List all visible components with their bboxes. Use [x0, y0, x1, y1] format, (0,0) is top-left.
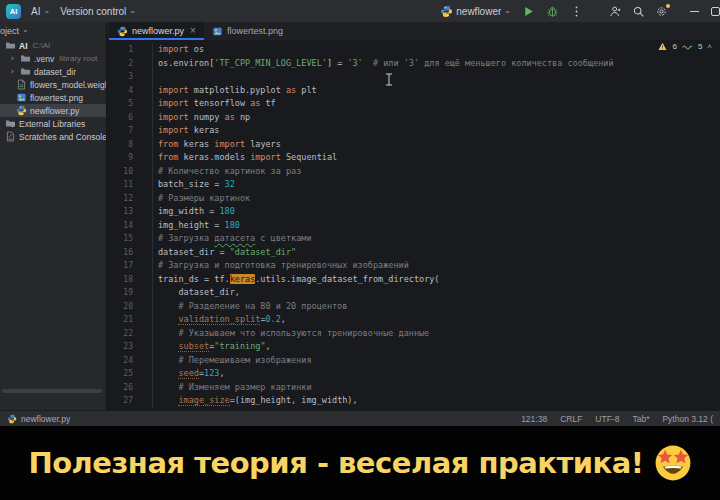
code-line[interactable]: 16dataset_dir = "dataset_dir" — [107, 246, 720, 260]
code-line[interactable]: 27 image_size=(img_height, img_width), — [107, 394, 720, 408]
code-line[interactable]: 6import numpy as np — [107, 111, 720, 125]
code-line[interactable]: 18train_ds = tf.keras.utils.image_datase… — [107, 273, 720, 287]
code-text: # Загрузка и подготовка тренировочных из… — [153, 259, 409, 273]
code-editor[interactable]: 1import os2os.environ['TF_CPP_MIN_LOG_LE… — [107, 40, 720, 410]
code-line[interactable]: 14img_height = 180 — [107, 219, 720, 233]
chevron-down-icon: ⌄ — [43, 6, 50, 15]
run-button[interactable] — [522, 5, 535, 18]
code-text: import keras — [153, 124, 219, 138]
chevron-up-icon: ˄ — [707, 42, 712, 51]
code-line[interactable]: 5import tensorflow as tf — [107, 97, 720, 111]
code-line[interactable]: 17# Загрузка и подготовка тренировочных … — [107, 259, 720, 273]
tab-flowertest-png[interactable]: flowertest.png — [204, 22, 291, 40]
status-current-file[interactable]: newflower.py — [7, 414, 70, 424]
code-with-me-users-button[interactable] — [609, 5, 622, 18]
code-line[interactable]: 7import keras — [107, 124, 720, 138]
project-panel-header[interactable]: Project ⌄ — [0, 22, 106, 39]
code-line[interactable]: 26 # Изменяем размер картинки — [107, 381, 720, 395]
ide-window: AI AI ⌄ Version control ⌄ newflower ⌄ — [0, 0, 720, 426]
run-configuration-selector[interactable]: newflower ⌄ — [440, 5, 511, 18]
editor-area: newflower.py×flowertest.png 1import os2o… — [107, 22, 720, 410]
code-line[interactable]: 24 # Перемешиваем изображения — [107, 354, 720, 368]
text-cursor-pointer — [385, 73, 393, 88]
code-text: dataset_dir = "dataset_dir" — [153, 246, 296, 260]
code-line[interactable]: 15# Загрузка датасета с цветками — [107, 232, 720, 246]
code-line[interactable]: 3 — [107, 70, 720, 84]
version-control-menu[interactable]: Version control ⌄ — [60, 6, 136, 17]
code-line[interactable]: 19 dataset_dir, — [107, 286, 720, 300]
code-line[interactable]: 13img_width = 180 — [107, 205, 720, 219]
inspections-widget[interactable]: 6 5 ˄ — [658, 42, 712, 51]
tree-item--venv[interactable]: ›.venvlibrary root — [0, 52, 106, 65]
code-text: from keras import layers — [153, 138, 281, 152]
code-line[interactable]: 9from keras.models import Sequential — [107, 151, 720, 165]
tree-item-label: External Libraries — [19, 119, 85, 129]
debug-button[interactable] — [546, 5, 559, 18]
code-line[interactable]: 1import os — [107, 43, 720, 57]
python-icon — [16, 105, 27, 116]
tree-item-flowertest-png[interactable]: flowertest.png — [0, 91, 106, 104]
code-text: validation_split=0.2, — [153, 313, 286, 327]
main-toolbar: AI AI ⌄ Version control ⌄ newflower ⌄ — [0, 0, 720, 22]
line-number: 26 — [107, 381, 153, 395]
tree-item-label: flowertest.png — [30, 93, 83, 103]
tree-item-flowers-model-weights-h5[interactable]: flowers_model.weights.h5 — [0, 78, 106, 91]
status-item[interactable]: 121:38 — [521, 414, 547, 424]
tree-item-ai[interactable]: AIC:\AI — [0, 39, 106, 52]
minimize-button[interactable] — [690, 11, 699, 12]
line-number: 8 — [107, 138, 153, 152]
line-number: 11 — [107, 178, 153, 192]
line-number: 15 — [107, 232, 153, 246]
warning-icon — [658, 42, 667, 51]
tree-item-dataset-dir[interactable]: ›dataset_dir — [0, 65, 106, 78]
close-icon[interactable]: × — [190, 26, 196, 36]
line-number: 16 — [107, 246, 153, 260]
chevron-down-icon: ⌄ — [129, 6, 136, 15]
code-lines: 1import os2os.environ['TF_CPP_MIN_LOG_LE… — [107, 43, 720, 408]
code-line[interactable]: 12# Размеры картинок — [107, 192, 720, 206]
code-line[interactable]: 20 # Разделение на 80 и 20 процентов — [107, 300, 720, 314]
code-text: # Количество картинок за раз — [153, 165, 301, 179]
code-line[interactable]: 4import matplotlib.pyplot as plt — [107, 84, 720, 98]
code-line[interactable]: 22 # Указываем что используются трениров… — [107, 327, 720, 341]
horizontal-scrollbar[interactable] — [2, 389, 102, 393]
tree-item-label: .venv — [34, 54, 54, 64]
folder-icon — [5, 40, 16, 51]
maximize-button[interactable] — [711, 7, 720, 16]
line-number: 24 — [107, 354, 153, 368]
status-item[interactable]: UTF-8 — [595, 414, 619, 424]
code-line[interactable]: 10# Количество картинок за раз — [107, 165, 720, 179]
code-line[interactable]: 8from keras import layers — [107, 138, 720, 152]
status-item[interactable]: CRLF — [560, 414, 582, 424]
code-text: # Загрузка датасета с цветками — [153, 232, 312, 246]
chevron-down-icon: ⌄ — [504, 6, 511, 15]
search-everywhere-button[interactable] — [632, 5, 645, 18]
tree-item-external-libraries[interactable]: External Libraries — [0, 117, 106, 130]
app-logo[interactable]: AI — [6, 4, 21, 19]
code-line[interactable]: 21 validation_split=0.2, — [107, 313, 720, 327]
status-item[interactable]: Tab* — [632, 414, 649, 424]
settings-button[interactable] — [655, 5, 668, 18]
status-item[interactable]: Python 3.12 ( — [662, 414, 713, 424]
code-text: train_ds = tf.keras.utils.image_dataset_… — [153, 273, 439, 287]
tree-item-scratches-and-consoles[interactable]: Scratches and Consoles — [0, 130, 106, 143]
code-line[interactable]: 2os.environ['TF_CPP_MIN_LOG_LEVEL'] = '3… — [107, 57, 720, 71]
line-number: 22 — [107, 327, 153, 341]
tab-newflower-py[interactable]: newflower.py× — [109, 22, 204, 40]
line-number: 27 — [107, 394, 153, 408]
python-icon — [7, 414, 17, 424]
code-line[interactable]: 11batch_size = 32 — [107, 178, 720, 192]
warning-count: 6 — [672, 42, 676, 51]
line-number: 21 — [107, 313, 153, 327]
code-line[interactable]: 25 seed=123, — [107, 367, 720, 381]
code-text: seed=123, — [153, 367, 225, 381]
project-selector[interactable]: AI ⌄ — [31, 6, 50, 17]
caption-band: Полезная теория - веселая практика! — [0, 426, 720, 500]
tree-item-newflower-py[interactable]: newflower.py — [0, 104, 106, 117]
more-actions-button[interactable] — [570, 5, 583, 18]
code-line[interactable]: 23 subset="training", — [107, 340, 720, 354]
window-controls — [690, 7, 714, 16]
project-panel-title: Project — [0, 26, 19, 36]
code-text: import os — [153, 43, 204, 57]
tree-item-label: AI — [19, 41, 28, 51]
